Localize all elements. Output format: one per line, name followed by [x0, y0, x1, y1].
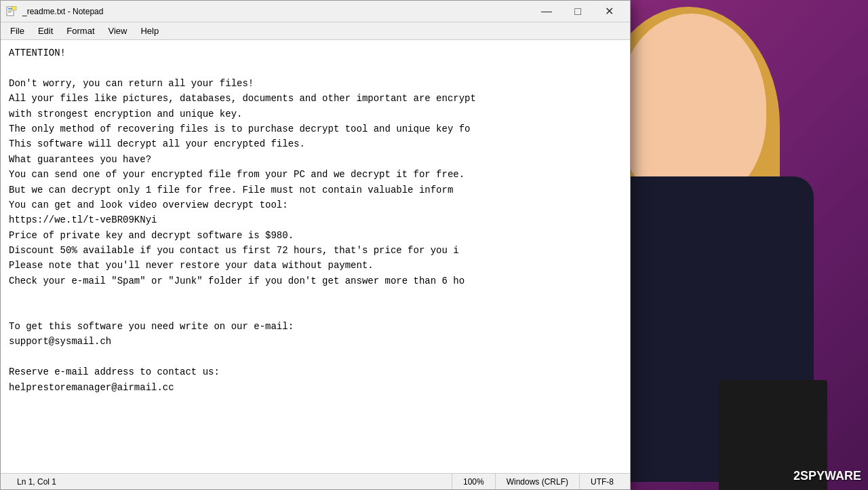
- svg-rect-2: [8, 10, 12, 10]
- status-zoom: 100%: [452, 474, 495, 489]
- menu-bar: File Edit Format View Help: [1, 22, 630, 40]
- menu-view[interactable]: View: [102, 24, 134, 37]
- minimize-button[interactable]: —: [531, 1, 562, 22]
- svg-rect-4: [8, 12, 11, 13]
- notepad-app-icon: [6, 6, 17, 17]
- watermark-text: 2SPYWARE: [793, 469, 861, 483]
- status-line-ending: Windows (CRLF): [495, 474, 579, 489]
- maximize-button[interactable]: □: [562, 1, 593, 22]
- notepad-window: _readme.txt - Notepad — □ ✕ File Edit Fo…: [0, 0, 631, 490]
- menu-file[interactable]: File: [3, 24, 31, 37]
- status-position: Ln 1, Col 1: [6, 474, 452, 489]
- menu-help[interactable]: Help: [134, 24, 165, 37]
- notepad-text-area[interactable]: ATTENTION! Don't worry, you can return a…: [1, 40, 630, 473]
- status-bar: Ln 1, Col 1 100% Windows (CRLF) UTF-8: [1, 473, 630, 489]
- menu-format[interactable]: Format: [60, 24, 101, 37]
- status-encoding: UTF-8: [579, 474, 625, 489]
- close-button[interactable]: ✕: [593, 1, 625, 22]
- svg-rect-5: [12, 6, 16, 10]
- window-controls: — □ ✕: [531, 1, 625, 22]
- title-bar: _readme.txt - Notepad — □ ✕: [1, 1, 630, 22]
- window-title: _readme.txt - Notepad: [22, 7, 531, 16]
- svg-rect-3: [8, 11, 12, 12]
- menu-edit[interactable]: Edit: [31, 24, 60, 37]
- svg-rect-1: [8, 8, 12, 9]
- face: [617, 14, 766, 204]
